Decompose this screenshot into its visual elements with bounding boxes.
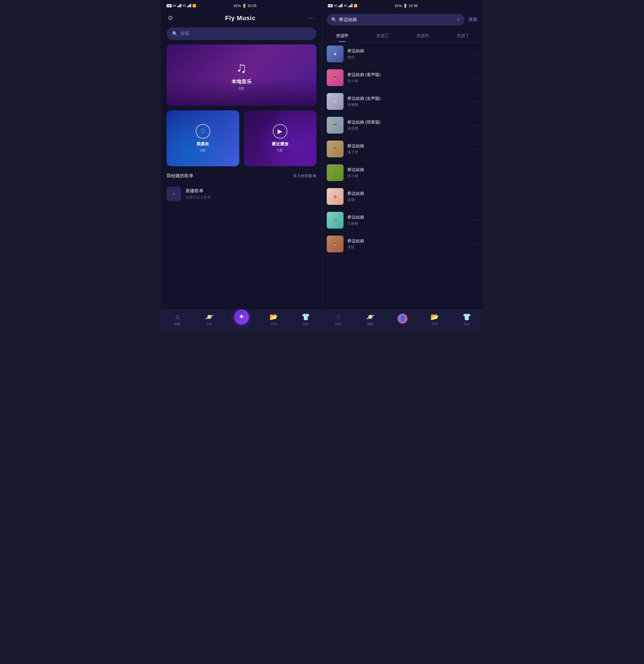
result-item-6[interactable]: 🎵 桥边姑娘 宋小睿 ···: [322, 161, 483, 185]
battery-right: 81%: [395, 4, 402, 8]
manage-icon-left: 📂: [269, 313, 278, 321]
manage-label-left: 管理: [271, 322, 277, 326]
listen-icon: ♫: [175, 313, 180, 321]
result-item-9[interactable]: 🧑 桥边姑娘 李恺 ···: [322, 232, 483, 256]
app-header: ⚙ Fly Music ···: [161, 11, 322, 25]
signal-bars-right2: [348, 4, 352, 7]
recent-title: 最近播放: [272, 141, 288, 147]
search-header-right: 🔍 桥边姑娘 ✕ 搜索: [322, 11, 483, 28]
nav-find-left[interactable]: 🪐 找歌: [193, 313, 225, 326]
nav-center-left[interactable]: ✦: [225, 315, 257, 325]
result-more-8[interactable]: ···: [473, 217, 479, 223]
import-playlist-btn[interactable]: 导入外部歌单: [293, 173, 316, 179]
listen-label-right: 听歌: [335, 322, 341, 326]
nav-center-right[interactable]: 👤: [387, 316, 419, 324]
user-avatar[interactable]: 👤: [397, 314, 408, 324]
result-item-1[interactable]: 🌥 桥边姑娘 海伦 ···: [322, 42, 483, 66]
nav-manage-right[interactable]: 📂 管理: [419, 313, 451, 326]
nav-manage-left[interactable]: 📂 管理: [257, 313, 290, 326]
result-artist-5: 兔子牙: [348, 150, 469, 155]
signal-text2: 46: [183, 4, 186, 7]
result-item-4[interactable]: 🧒 桥边姑娘 (萌童版) 钟奕萌 ···: [322, 113, 483, 137]
manage-icon-right: 📂: [431, 313, 439, 321]
cards-section: ♫ 本地音乐 0首 ♡ 我喜欢 0首: [161, 44, 322, 173]
tab-jia[interactable]: 资源甲: [322, 30, 362, 42]
favorites-card[interactable]: ♡ 我喜欢 0首: [167, 110, 239, 166]
result-info-6: 桥边姑娘 宋小睿: [348, 167, 469, 179]
result-more-6[interactable]: ···: [473, 170, 479, 176]
search-input-container[interactable]: 🔍 桥边姑娘 ✕: [327, 14, 465, 25]
result-item-7[interactable]: 🌺 桥边姑娘 花僮 ···: [322, 185, 483, 208]
result-thumb-8: ⭕: [327, 212, 344, 229]
search-submit-btn[interactable]: 搜索: [468, 17, 479, 23]
bottom-nav-left: ♫ 听歌 🪐 找歌 ✦ 📂 管理 👕 我的: [161, 310, 322, 332]
time-right: 10:36: [409, 4, 418, 8]
manage-label-right: 管理: [432, 322, 438, 326]
result-more-7[interactable]: ···: [473, 194, 479, 200]
result-item-8[interactable]: ⭕ 桥边姑娘 红格格 ···: [322, 208, 483, 232]
more-options-icon[interactable]: ···: [308, 15, 315, 22]
nav-listen-right[interactable]: ♫ 听歌: [322, 313, 354, 326]
playlist-more-icon[interactable]: ···: [310, 191, 316, 197]
result-artist-2: 宋小睿: [348, 79, 469, 84]
heart-icon: ♡: [196, 124, 210, 139]
bottom-nav-right: ♫ 听歌 🪐 找歌 👤 📂 管理 👕 我的: [322, 310, 483, 332]
result-more-4[interactable]: ···: [473, 122, 479, 128]
signal-bars-right: [338, 4, 342, 7]
source-tabs: 资源甲 资源乙 资源丙 资源丁: [322, 28, 483, 42]
nav-mine-right[interactable]: 👕 我的: [451, 313, 483, 326]
clear-search-btn[interactable]: ✕: [456, 17, 460, 22]
local-music-card[interactable]: ♫ 本地音乐 0首: [167, 44, 316, 106]
find-icon-right: 🪐: [366, 313, 375, 321]
equalizer-icon[interactable]: ⚙: [168, 15, 173, 22]
search-bar[interactable]: 🔍 搜索: [167, 27, 316, 40]
playlist-name: 新建歌单: [186, 188, 306, 194]
recent-card[interactable]: ▶ 最近播放 0首: [244, 110, 316, 166]
time-left: 10:35: [247, 4, 256, 8]
playlist-desc: 创建自定义歌单: [186, 195, 306, 200]
result-title-3: 桥边姑娘 (女声版): [348, 96, 469, 101]
listen-icon-right: ♫: [336, 313, 341, 321]
result-more-3[interactable]: ···: [473, 99, 479, 105]
tab-ding[interactable]: 资源丁: [443, 30, 483, 42]
recent-card-content: ▶ 最近播放 0首: [244, 110, 316, 166]
my-playlists-label: 我创建的歌单: [167, 173, 193, 179]
mine-icon-left: 👕: [302, 313, 310, 321]
signal-text: 46: [173, 4, 176, 7]
signal-bars: [177, 4, 181, 7]
result-more-5[interactable]: ···: [473, 146, 479, 152]
result-item-2[interactable]: 👧 桥边姑娘 (童声版) 宋小睿 ···: [322, 66, 483, 90]
mine-label-right: 我的: [464, 322, 470, 326]
result-title-4: 桥边姑娘 (萌童版): [348, 120, 469, 125]
find-label-right: 找歌: [367, 322, 373, 326]
center-logo-btn[interactable]: ✦: [234, 309, 249, 325]
small-cards-row: ♡ 我喜欢 0首 ▶ 最近播放 0首: [167, 110, 316, 166]
result-artist-7: 花僮: [348, 197, 469, 202]
result-artist-1: 海伦: [348, 55, 469, 60]
search-placeholder: 搜索: [181, 31, 189, 37]
nav-find-right[interactable]: 🪐 找歌: [354, 313, 387, 326]
result-thumb-5: 👩: [327, 141, 344, 157]
battery-percent-left: 81%: [234, 4, 241, 8]
result-artist-8: 红格格: [348, 221, 469, 226]
result-item-3[interactable]: 🌸 桥边姑娘 (女声版) 宋雅萌 ···: [322, 90, 483, 113]
result-item-5[interactable]: 👩 桥边姑娘 兔子牙 ···: [322, 137, 483, 161]
nav-mine-left[interactable]: 👕 我的: [290, 313, 322, 326]
new-playlist-item[interactable]: + 新建歌单 创建自定义歌单 ···: [161, 183, 322, 205]
hd-badge: HD: [167, 4, 172, 7]
search-container: 🔍 搜索: [161, 25, 322, 44]
result-more-9[interactable]: ···: [473, 241, 479, 247]
result-more-2[interactable]: ···: [473, 75, 479, 81]
result-info-1: 桥边姑娘 海伦: [348, 48, 469, 60]
nav-listen-left[interactable]: ♫ 听歌: [161, 313, 193, 326]
tab-yi[interactable]: 资源乙: [362, 30, 402, 42]
status-bar-right: HD 46 46 📶 81% 🔋 10:36: [322, 0, 483, 11]
result-title-7: 桥边姑娘: [348, 191, 469, 196]
result-more-1[interactable]: ···: [473, 51, 479, 57]
status-center-right: 81% 🔋 10:36: [395, 4, 418, 8]
tab-bing[interactable]: 资源丙: [402, 30, 443, 42]
local-music-count: 0首: [239, 86, 244, 91]
result-artist-6: 宋小睿: [348, 173, 469, 179]
status-left: HD 46 46 📶: [167, 4, 196, 7]
mine-label-left: 我的: [303, 322, 309, 326]
